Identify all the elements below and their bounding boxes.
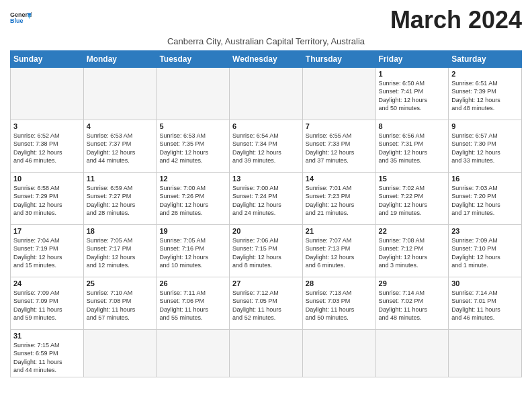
day-number: 29 bbox=[379, 279, 446, 287]
day-info: Sunrise: 7:05 AM Sunset: 7:16 PM Dayligh… bbox=[159, 236, 226, 270]
day-info: Sunrise: 7:05 AM Sunset: 7:17 PM Dayligh… bbox=[87, 236, 154, 270]
calendar-day-cell bbox=[375, 329, 449, 377]
day-number: 2 bbox=[451, 70, 519, 78]
day-number: 7 bbox=[306, 122, 373, 130]
weekday-header-sunday: Sunday bbox=[11, 50, 84, 67]
day-number: 19 bbox=[159, 227, 226, 235]
calendar-day-cell: 30Sunrise: 7:14 AM Sunset: 7:01 PM Dayli… bbox=[449, 277, 522, 329]
day-info: Sunrise: 6:56 AM Sunset: 7:31 PM Dayligh… bbox=[379, 132, 446, 165]
calendar-day-cell: 25Sunrise: 7:10 AM Sunset: 7:08 PM Dayli… bbox=[83, 277, 157, 329]
calendar-day-cell: 31Sunrise: 7:15 AM Sunset: 6:59 PM Dayli… bbox=[11, 329, 84, 377]
calendar-day-cell: 6Sunrise: 6:54 AM Sunset: 7:34 PM Daylig… bbox=[230, 120, 303, 172]
calendar-day-cell: 7Sunrise: 6:55 AM Sunset: 7:33 PM Daylig… bbox=[302, 120, 375, 172]
day-info: Sunrise: 6:58 AM Sunset: 7:29 PM Dayligh… bbox=[13, 184, 81, 218]
day-number: 8 bbox=[379, 122, 446, 130]
day-number: 20 bbox=[232, 227, 300, 235]
day-info: Sunrise: 6:51 AM Sunset: 7:39 PM Dayligh… bbox=[451, 79, 519, 113]
generalblue-logo-icon: General Blue bbox=[10, 7, 32, 28]
header: General Blue March 2024 bbox=[10, 7, 522, 34]
day-number: 5 bbox=[159, 122, 226, 130]
day-number: 4 bbox=[87, 122, 154, 130]
calendar-day-cell bbox=[157, 329, 230, 377]
calendar-day-cell: 13Sunrise: 7:00 AM Sunset: 7:24 PM Dayli… bbox=[230, 172, 303, 224]
day-number: 9 bbox=[451, 122, 519, 130]
weekday-header-tuesday: Tuesday bbox=[157, 50, 230, 67]
day-number: 27 bbox=[232, 279, 300, 287]
calendar-week-1: 1Sunrise: 6:50 AM Sunset: 7:41 PM Daylig… bbox=[11, 67, 522, 120]
calendar-day-cell: 23Sunrise: 7:09 AM Sunset: 7:10 PM Dayli… bbox=[449, 224, 522, 277]
calendar-day-cell: 24Sunrise: 7:09 AM Sunset: 7:09 PM Dayli… bbox=[11, 277, 84, 329]
calendar-day-cell bbox=[11, 67, 84, 120]
calendar-day-cell: 8Sunrise: 6:56 AM Sunset: 7:31 PM Daylig… bbox=[375, 120, 449, 172]
day-number: 31 bbox=[13, 332, 81, 340]
day-number: 24 bbox=[13, 279, 81, 287]
day-info: Sunrise: 6:52 AM Sunset: 7:38 PM Dayligh… bbox=[13, 132, 81, 165]
calendar-day-cell: 10Sunrise: 6:58 AM Sunset: 7:29 PM Dayli… bbox=[11, 172, 84, 224]
calendar-week-2: 3Sunrise: 6:52 AM Sunset: 7:38 PM Daylig… bbox=[11, 120, 522, 172]
calendar-day-cell: 14Sunrise: 7:01 AM Sunset: 7:23 PM Dayli… bbox=[302, 172, 375, 224]
day-number: 10 bbox=[13, 175, 81, 183]
calendar-day-cell: 29Sunrise: 7:14 AM Sunset: 7:02 PM Dayli… bbox=[375, 277, 449, 329]
calendar-day-cell: 20Sunrise: 7:06 AM Sunset: 7:15 PM Dayli… bbox=[230, 224, 303, 277]
day-info: Sunrise: 6:59 AM Sunset: 7:27 PM Dayligh… bbox=[87, 184, 154, 218]
weekday-header-friday: Friday bbox=[375, 50, 449, 67]
day-info: Sunrise: 6:57 AM Sunset: 7:30 PM Dayligh… bbox=[451, 132, 519, 165]
calendar-week-6: 31Sunrise: 7:15 AM Sunset: 6:59 PM Dayli… bbox=[11, 329, 522, 377]
calendar-day-cell: 26Sunrise: 7:11 AM Sunset: 7:06 PM Dayli… bbox=[157, 277, 230, 329]
calendar-day-cell: 28Sunrise: 7:13 AM Sunset: 7:03 PM Dayli… bbox=[302, 277, 375, 329]
calendar-week-4: 17Sunrise: 7:04 AM Sunset: 7:19 PM Dayli… bbox=[11, 224, 522, 277]
day-number: 3 bbox=[13, 122, 81, 130]
day-number: 22 bbox=[379, 227, 446, 235]
calendar-day-cell: 21Sunrise: 7:07 AM Sunset: 7:13 PM Dayli… bbox=[302, 224, 375, 277]
day-info: Sunrise: 6:53 AM Sunset: 7:35 PM Dayligh… bbox=[159, 132, 226, 165]
calendar-day-cell bbox=[449, 329, 522, 377]
day-info: Sunrise: 7:00 AM Sunset: 7:24 PM Dayligh… bbox=[232, 184, 300, 218]
day-info: Sunrise: 7:00 AM Sunset: 7:26 PM Dayligh… bbox=[159, 184, 226, 218]
subtitle: Canberra City, Australian Capital Territ… bbox=[10, 36, 522, 46]
day-info: Sunrise: 7:06 AM Sunset: 7:15 PM Dayligh… bbox=[232, 236, 300, 270]
day-info: Sunrise: 7:02 AM Sunset: 7:22 PM Dayligh… bbox=[379, 184, 446, 218]
calendar-day-cell: 3Sunrise: 6:52 AM Sunset: 7:38 PM Daylig… bbox=[11, 120, 84, 172]
calendar-day-cell: 15Sunrise: 7:02 AM Sunset: 7:22 PM Dayli… bbox=[375, 172, 449, 224]
month-title: March 2024 bbox=[390, 7, 522, 34]
calendar-day-cell bbox=[83, 67, 157, 120]
weekday-header-thursday: Thursday bbox=[302, 50, 375, 67]
day-info: Sunrise: 7:03 AM Sunset: 7:20 PM Dayligh… bbox=[451, 184, 519, 218]
calendar-day-cell: 9Sunrise: 6:57 AM Sunset: 7:30 PM Daylig… bbox=[449, 120, 522, 172]
calendar-week-5: 24Sunrise: 7:09 AM Sunset: 7:09 PM Dayli… bbox=[11, 277, 522, 329]
calendar-day-cell: 12Sunrise: 7:00 AM Sunset: 7:26 PM Dayli… bbox=[157, 172, 230, 224]
day-info: Sunrise: 6:55 AM Sunset: 7:33 PM Dayligh… bbox=[306, 132, 373, 165]
calendar-day-cell bbox=[302, 329, 375, 377]
day-number: 12 bbox=[159, 175, 226, 183]
weekday-header-saturday: Saturday bbox=[449, 50, 522, 67]
calendar-day-cell: 18Sunrise: 7:05 AM Sunset: 7:17 PM Dayli… bbox=[83, 224, 157, 277]
calendar-day-cell: 11Sunrise: 6:59 AM Sunset: 7:27 PM Dayli… bbox=[83, 172, 157, 224]
day-number: 23 bbox=[451, 227, 519, 235]
calendar-day-cell: 17Sunrise: 7:04 AM Sunset: 7:19 PM Dayli… bbox=[11, 224, 84, 277]
day-info: Sunrise: 7:11 AM Sunset: 7:06 PM Dayligh… bbox=[159, 289, 226, 322]
calendar-day-cell bbox=[230, 329, 303, 377]
day-info: Sunrise: 7:13 AM Sunset: 7:03 PM Dayligh… bbox=[306, 289, 373, 322]
day-info: Sunrise: 7:08 AM Sunset: 7:12 PM Dayligh… bbox=[379, 236, 446, 270]
day-info: Sunrise: 7:10 AM Sunset: 7:08 PM Dayligh… bbox=[87, 289, 154, 322]
day-info: Sunrise: 6:50 AM Sunset: 7:41 PM Dayligh… bbox=[379, 79, 446, 113]
day-number: 18 bbox=[87, 227, 154, 235]
day-number: 28 bbox=[306, 279, 373, 287]
calendar-day-cell: 2Sunrise: 6:51 AM Sunset: 7:39 PM Daylig… bbox=[449, 67, 522, 120]
day-info: Sunrise: 7:09 AM Sunset: 7:09 PM Dayligh… bbox=[13, 289, 81, 322]
day-number: 16 bbox=[451, 175, 519, 183]
day-info: Sunrise: 7:09 AM Sunset: 7:10 PM Dayligh… bbox=[451, 236, 519, 270]
logo: General Blue bbox=[10, 7, 32, 28]
weekday-header-monday: Monday bbox=[83, 50, 157, 67]
calendar-day-cell: 19Sunrise: 7:05 AM Sunset: 7:16 PM Dayli… bbox=[157, 224, 230, 277]
day-number: 11 bbox=[87, 175, 154, 183]
day-info: Sunrise: 6:54 AM Sunset: 7:34 PM Dayligh… bbox=[232, 132, 300, 165]
day-info: Sunrise: 7:14 AM Sunset: 7:02 PM Dayligh… bbox=[379, 289, 446, 322]
day-number: 1 bbox=[379, 70, 446, 78]
day-number: 26 bbox=[159, 279, 226, 287]
day-number: 13 bbox=[232, 175, 300, 183]
calendar-week-3: 10Sunrise: 6:58 AM Sunset: 7:29 PM Dayli… bbox=[11, 172, 522, 224]
day-number: 17 bbox=[13, 227, 81, 235]
calendar-day-cell: 4Sunrise: 6:53 AM Sunset: 7:37 PM Daylig… bbox=[83, 120, 157, 172]
day-number: 6 bbox=[232, 122, 300, 130]
